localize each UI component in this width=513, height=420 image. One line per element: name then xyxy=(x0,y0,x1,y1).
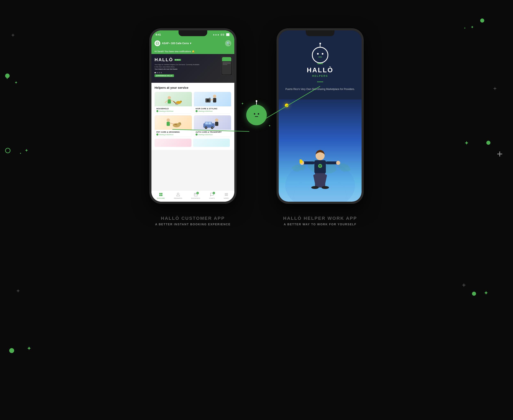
service-card-petcare[interactable]: PET CARE & GROOMING Starting at $10/hour xyxy=(154,115,192,137)
hero-phone-line-3 xyxy=(223,64,227,65)
service-name-haircare: HAIR CARE & STYLING xyxy=(196,108,229,110)
svg-rect-57 xyxy=(319,166,321,167)
hero-banner: HALLÒ PRO Your App for Verified Helpers … xyxy=(151,54,234,83)
hero-logo: HALLÒ PRO xyxy=(154,57,231,62)
hero-phone-image xyxy=(221,56,232,75)
svg-rect-58 xyxy=(303,161,315,164)
circle-deco-3 xyxy=(9,348,14,353)
svg-point-37 xyxy=(212,127,213,128)
dot-1 xyxy=(154,72,156,73)
service-info-household: HOUSEHOLD Starting at $10/hour xyxy=(155,106,192,113)
helper-app-title: HALLÒ HELPER WORK APP xyxy=(283,216,357,221)
battery-icon: ▐█▌ xyxy=(226,33,230,36)
hero-phone-line-1 xyxy=(223,62,231,63)
service-name-household: HOUSEHOLD xyxy=(156,108,190,110)
service-img-autocare xyxy=(194,115,231,130)
service-name-autocare: AUTO CARE & TRANSPORT xyxy=(196,131,229,133)
customer-app-section: 9:41 ▲▲▲ ((·)) ▐█▌ xyxy=(150,29,236,226)
price-icon-petcare xyxy=(156,134,158,135)
helpers-sub-label: HELPERS xyxy=(312,75,328,77)
svg-point-11 xyxy=(175,104,178,105)
partial-card-1 xyxy=(154,139,191,147)
robot-eyes xyxy=(317,53,323,55)
search-button[interactable]: 🔍 xyxy=(225,40,231,46)
svg-rect-42 xyxy=(160,195,161,196)
svg-point-61 xyxy=(336,161,340,165)
center-robot-eye-left xyxy=(254,113,255,115)
dot-indicators xyxy=(154,72,231,73)
nav-chats[interactable]: 3 CHATS xyxy=(209,192,215,199)
more-icon xyxy=(224,192,229,197)
nav-explore[interactable]: EXPLORE xyxy=(157,192,165,199)
price-icon-haircare xyxy=(196,110,198,112)
helper-screen: HALLÒ HELPERS Puerto Rico's Very Own Ski… xyxy=(279,30,362,202)
partial-cards xyxy=(154,139,231,147)
service-card-household[interactable]: HOUSEHOLD Starting at $10/hour xyxy=(154,92,192,113)
nav-bookings[interactable]: 5 BOOKINGS xyxy=(191,192,200,199)
hero-phone-screen-inner xyxy=(222,57,231,75)
helper-content: HALLÒ HELPERS Puerto Rico's Very Own Ski… xyxy=(279,30,362,202)
chats-icon: 3 xyxy=(210,192,214,197)
service-info-petcare: PET CARE & GROOMING Starting at $10/hour xyxy=(155,130,192,137)
robot-circle xyxy=(312,47,328,63)
service-price-household: Starting at $10/hour xyxy=(156,110,190,112)
service-img-petcare xyxy=(155,115,192,130)
hero-phone-line-2 xyxy=(223,63,231,64)
star-deco-9: ✦ xyxy=(484,290,488,296)
price-icon-autocare xyxy=(196,134,198,135)
hallo-helper-title: HALLÒ xyxy=(307,66,333,74)
svg-point-14 xyxy=(181,101,181,101)
nav-more[interactable]: MORE xyxy=(224,192,229,199)
dot-3 xyxy=(159,72,160,73)
robot-eye-left xyxy=(317,53,319,55)
app-header: ASAP • 103 Calle Cerra ▼ 🔍 xyxy=(151,39,234,49)
wifi-icon: ((·)) xyxy=(220,33,224,36)
svg-rect-31 xyxy=(215,122,218,126)
svg-point-20 xyxy=(207,100,209,101)
services-grid: HOUSEHOLD Starting at $10/hour xyxy=(154,92,231,137)
globe-icon xyxy=(154,40,160,46)
svg-rect-39 xyxy=(208,122,211,124)
helper-divider-line xyxy=(317,82,323,82)
price-icon-household xyxy=(156,110,158,112)
service-info-autocare: AUTO CARE & TRANSPORT Starting at $10/ho… xyxy=(194,130,231,137)
service-card-haircare[interactable]: HAIR CARE & STYLING Starting at $10/hour xyxy=(194,92,231,113)
center-robot-eyes xyxy=(254,113,259,115)
experience-button[interactable]: EXPERIENCE HALLÒ xyxy=(154,74,174,77)
svg-point-6 xyxy=(168,96,171,99)
svg-line-9 xyxy=(171,100,173,101)
location-display[interactable]: ASAP • 103 Calle Cerra ▼ xyxy=(154,40,192,46)
pro-badge: PRO xyxy=(174,59,181,61)
center-robot-eye-right xyxy=(258,113,259,115)
center-robot-wrapper: ✦ ✦ xyxy=(246,105,267,125)
signal-icon: ▲▲▲ xyxy=(213,33,219,36)
svg-point-30 xyxy=(215,119,218,122)
explore-icon xyxy=(159,192,163,197)
svg-point-55 xyxy=(319,165,320,166)
service-price-autocare: Starting at $10/hour xyxy=(196,134,229,135)
service-card-autocare[interactable]: AUTO CARE & TRANSPORT Starting at $10/ho… xyxy=(194,115,231,137)
svg-rect-7 xyxy=(168,99,171,104)
dot-4 xyxy=(161,72,162,73)
svg-point-44 xyxy=(177,193,179,195)
svg-point-66 xyxy=(322,186,329,189)
service-img-household xyxy=(155,92,192,106)
robot-mouth xyxy=(318,57,322,57)
sun-decoration xyxy=(285,104,288,107)
service-info-haircare: HAIR CARE & STYLING Starting at $10/hour xyxy=(194,106,231,113)
dot-2 xyxy=(157,72,158,73)
nav-rewards[interactable]: REWARDS xyxy=(174,192,183,199)
svg-rect-43 xyxy=(161,195,162,196)
status-icons: ▲▲▲ ((·)) ▐█▌ xyxy=(213,33,230,36)
robot-eye-right xyxy=(322,53,323,55)
rewards-icon xyxy=(176,192,180,197)
circle-deco-6 xyxy=(472,292,476,296)
more-label: MORE xyxy=(224,197,229,199)
svg-rect-23 xyxy=(167,122,170,126)
robot-face xyxy=(314,49,326,61)
bookings-label: BOOKINGS xyxy=(191,197,200,199)
robot-green-line xyxy=(317,63,323,64)
svg-rect-16 xyxy=(213,98,216,103)
helper-app-label: HALLÒ HELPER WORK APP A BETTER WAY TO WO… xyxy=(283,216,357,226)
bottom-nav: EXPLORE REWARDS xyxy=(151,190,234,202)
